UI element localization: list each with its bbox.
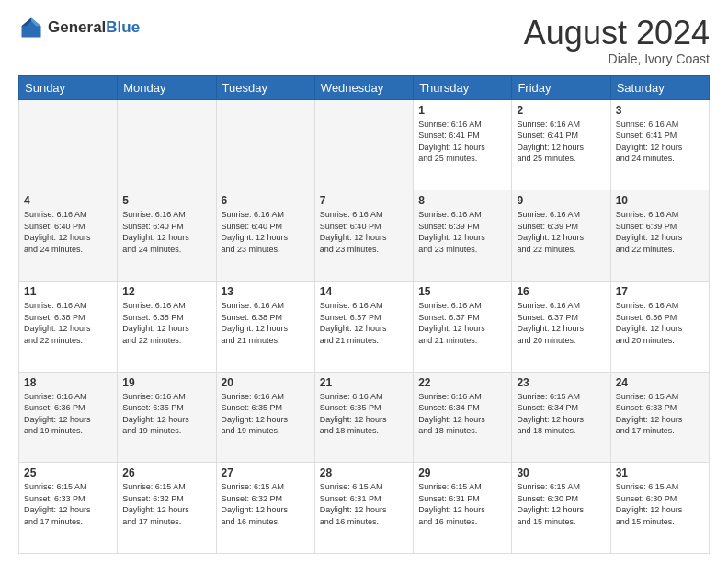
logo: General Blue: [18, 15, 140, 40]
day-number: 19: [122, 376, 210, 389]
day-number: 13: [222, 285, 310, 298]
calendar-cell: 3Sunrise: 6:16 AM Sunset: 6:41 PM Daylig…: [610, 99, 709, 190]
calendar-header-friday: Friday: [512, 75, 610, 99]
day-number: 7: [320, 194, 408, 207]
day-number: 16: [517, 285, 605, 298]
calendar-cell: 14Sunrise: 6:16 AM Sunset: 6:37 PM Dayli…: [314, 281, 413, 372]
calendar-cell: 31Sunrise: 6:15 AM Sunset: 6:30 PM Dayli…: [610, 463, 709, 554]
day-number: 30: [517, 466, 605, 479]
day-number: 1: [418, 104, 506, 117]
day-number: 20: [222, 376, 310, 389]
calendar-cell: [19, 99, 118, 190]
calendar-cell: 28Sunrise: 6:15 AM Sunset: 6:31 PM Dayli…: [314, 463, 413, 554]
calendar-cell: 5Sunrise: 6:16 AM Sunset: 6:40 PM Daylig…: [118, 190, 216, 282]
calendar-cell: 18Sunrise: 6:16 AM Sunset: 6:36 PM Dayli…: [19, 372, 118, 463]
calendar-header-wednesday: Wednesday: [314, 75, 413, 99]
day-info: Sunrise: 6:16 AM Sunset: 6:41 PM Dayligh…: [418, 119, 506, 165]
day-info: Sunrise: 6:15 AM Sunset: 6:31 PM Dayligh…: [418, 481, 506, 527]
day-number: 11: [24, 285, 112, 298]
calendar-week-row: 4Sunrise: 6:16 AM Sunset: 6:40 PM Daylig…: [19, 190, 710, 282]
day-info: Sunrise: 6:16 AM Sunset: 6:34 PM Dayligh…: [418, 391, 506, 437]
day-number: 29: [418, 466, 506, 479]
day-info: Sunrise: 6:15 AM Sunset: 6:34 PM Dayligh…: [517, 391, 605, 437]
day-info: Sunrise: 6:16 AM Sunset: 6:41 PM Dayligh…: [616, 119, 704, 165]
day-info: Sunrise: 6:15 AM Sunset: 6:32 PM Dayligh…: [122, 481, 210, 527]
day-number: 31: [616, 466, 704, 479]
day-info: Sunrise: 6:16 AM Sunset: 6:40 PM Dayligh…: [320, 209, 408, 255]
day-info: Sunrise: 6:16 AM Sunset: 6:36 PM Dayligh…: [24, 391, 112, 437]
calendar-cell: 21Sunrise: 6:16 AM Sunset: 6:35 PM Dayli…: [314, 372, 413, 463]
day-info: Sunrise: 6:16 AM Sunset: 6:37 PM Dayligh…: [418, 300, 506, 346]
day-info: Sunrise: 6:16 AM Sunset: 6:40 PM Dayligh…: [122, 209, 210, 255]
title-block: August 2024 Diale, Ivory Coast: [524, 15, 710, 66]
day-number: 8: [418, 194, 506, 207]
calendar-cell: 23Sunrise: 6:15 AM Sunset: 6:34 PM Dayli…: [512, 372, 610, 463]
day-number: 14: [320, 285, 408, 298]
day-info: Sunrise: 6:15 AM Sunset: 6:33 PM Dayligh…: [616, 391, 704, 437]
calendar-header-tuesday: Tuesday: [216, 75, 314, 99]
calendar-cell: 22Sunrise: 6:16 AM Sunset: 6:34 PM Dayli…: [414, 372, 512, 463]
day-number: 17: [616, 285, 704, 298]
day-info: Sunrise: 6:16 AM Sunset: 6:35 PM Dayligh…: [320, 391, 408, 437]
calendar-week-row: 11Sunrise: 6:16 AM Sunset: 6:38 PM Dayli…: [19, 281, 710, 372]
day-info: Sunrise: 6:16 AM Sunset: 6:38 PM Dayligh…: [222, 300, 310, 346]
calendar-cell: [118, 99, 216, 190]
calendar-week-row: 25Sunrise: 6:15 AM Sunset: 6:33 PM Dayli…: [19, 463, 710, 554]
calendar-cell: 26Sunrise: 6:15 AM Sunset: 6:32 PM Dayli…: [118, 463, 216, 554]
calendar-cell: 13Sunrise: 6:16 AM Sunset: 6:38 PM Dayli…: [216, 281, 314, 372]
calendar-cell: 16Sunrise: 6:16 AM Sunset: 6:37 PM Dayli…: [512, 281, 610, 372]
day-info: Sunrise: 6:16 AM Sunset: 6:39 PM Dayligh…: [517, 209, 605, 255]
calendar-header-row: SundayMondayTuesdayWednesdayThursdayFrid…: [19, 75, 710, 99]
calendar-cell: 19Sunrise: 6:16 AM Sunset: 6:35 PM Dayli…: [118, 372, 216, 463]
day-info: Sunrise: 6:16 AM Sunset: 6:40 PM Dayligh…: [24, 209, 112, 255]
calendar-cell: 11Sunrise: 6:16 AM Sunset: 6:38 PM Dayli…: [19, 281, 118, 372]
day-number: 15: [418, 285, 506, 298]
day-number: 10: [616, 194, 704, 207]
calendar-cell: 12Sunrise: 6:16 AM Sunset: 6:38 PM Dayli…: [118, 281, 216, 372]
calendar-cell: 17Sunrise: 6:16 AM Sunset: 6:36 PM Dayli…: [610, 281, 709, 372]
calendar-cell: 1Sunrise: 6:16 AM Sunset: 6:41 PM Daylig…: [414, 99, 512, 190]
calendar-header-thursday: Thursday: [414, 75, 512, 99]
day-number: 5: [122, 194, 210, 207]
day-number: 24: [616, 376, 704, 389]
logo-text: General Blue: [48, 18, 140, 37]
calendar-cell: 29Sunrise: 6:15 AM Sunset: 6:31 PM Dayli…: [414, 463, 512, 554]
day-number: 21: [320, 376, 408, 389]
day-number: 28: [320, 466, 408, 479]
day-number: 3: [616, 104, 704, 117]
calendar-header-monday: Monday: [118, 75, 216, 99]
calendar-cell: [314, 99, 413, 190]
calendar-cell: 6Sunrise: 6:16 AM Sunset: 6:40 PM Daylig…: [216, 190, 314, 282]
day-info: Sunrise: 6:16 AM Sunset: 6:37 PM Dayligh…: [320, 300, 408, 346]
calendar-cell: 2Sunrise: 6:16 AM Sunset: 6:41 PM Daylig…: [512, 99, 610, 190]
day-number: 27: [222, 466, 310, 479]
logo-general: General: [48, 18, 106, 37]
day-number: 6: [222, 194, 310, 207]
day-number: 26: [122, 466, 210, 479]
day-number: 2: [517, 104, 605, 117]
day-number: 4: [24, 194, 112, 207]
calendar-week-row: 18Sunrise: 6:16 AM Sunset: 6:36 PM Dayli…: [19, 372, 710, 463]
calendar-cell: 15Sunrise: 6:16 AM Sunset: 6:37 PM Dayli…: [414, 281, 512, 372]
calendar-cell: 7Sunrise: 6:16 AM Sunset: 6:40 PM Daylig…: [314, 190, 413, 282]
logo-icon: [18, 15, 44, 40]
day-info: Sunrise: 6:16 AM Sunset: 6:39 PM Dayligh…: [418, 209, 506, 255]
page: General Blue August 2024 Diale, Ivory Co…: [0, 0, 728, 563]
day-info: Sunrise: 6:16 AM Sunset: 6:35 PM Dayligh…: [122, 391, 210, 437]
location-subtitle: Diale, Ivory Coast: [524, 52, 710, 66]
day-info: Sunrise: 6:15 AM Sunset: 6:31 PM Dayligh…: [320, 481, 408, 527]
day-info: Sunrise: 6:16 AM Sunset: 6:38 PM Dayligh…: [122, 300, 210, 346]
day-info: Sunrise: 6:16 AM Sunset: 6:35 PM Dayligh…: [222, 391, 310, 437]
day-number: 9: [517, 194, 605, 207]
calendar-cell: 4Sunrise: 6:16 AM Sunset: 6:40 PM Daylig…: [19, 190, 118, 282]
day-info: Sunrise: 6:16 AM Sunset: 6:41 PM Dayligh…: [517, 119, 605, 165]
calendar-cell: 10Sunrise: 6:16 AM Sunset: 6:39 PM Dayli…: [610, 190, 709, 282]
day-number: 12: [122, 285, 210, 298]
calendar-cell: 27Sunrise: 6:15 AM Sunset: 6:32 PM Dayli…: [216, 463, 314, 554]
calendar-cell: 24Sunrise: 6:15 AM Sunset: 6:33 PM Dayli…: [610, 372, 709, 463]
day-number: 22: [418, 376, 506, 389]
day-number: 18: [24, 376, 112, 389]
day-info: Sunrise: 6:16 AM Sunset: 6:37 PM Dayligh…: [517, 300, 605, 346]
month-title: August 2024: [524, 15, 710, 52]
calendar-cell: 30Sunrise: 6:15 AM Sunset: 6:30 PM Dayli…: [512, 463, 610, 554]
